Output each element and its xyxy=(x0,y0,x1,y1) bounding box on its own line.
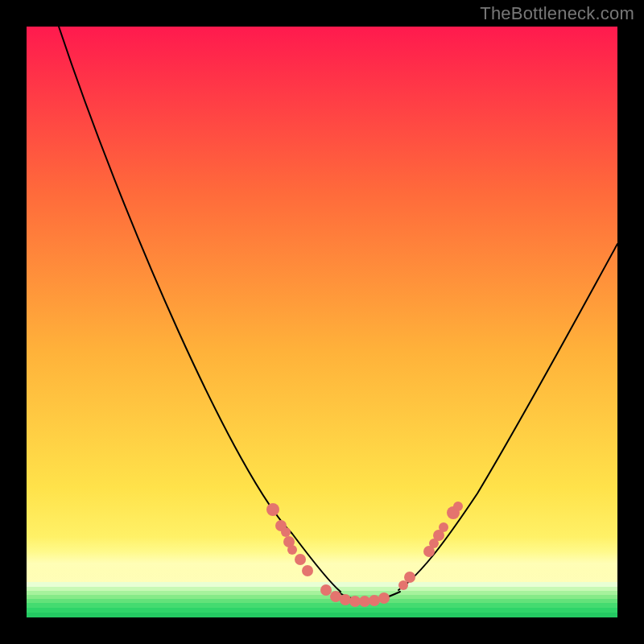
marker-dot xyxy=(330,591,341,602)
curve-right-branch xyxy=(398,244,617,590)
marker-dot xyxy=(378,592,390,604)
marker-dot xyxy=(340,594,351,605)
marker-dot xyxy=(266,503,279,516)
marker-dot xyxy=(439,522,448,532)
marker-dot xyxy=(302,565,313,576)
marker-dot xyxy=(349,596,361,607)
marker-dot xyxy=(369,595,380,606)
curve-layer xyxy=(27,27,617,617)
marker-dot xyxy=(404,572,415,583)
marker-dots xyxy=(266,502,463,607)
marker-dot xyxy=(295,554,306,565)
marker-dot xyxy=(281,527,291,537)
plot-area xyxy=(27,27,617,617)
marker-dot xyxy=(320,584,332,596)
marker-dot xyxy=(359,596,370,607)
marker-dot xyxy=(453,502,463,511)
curve-left-branch xyxy=(59,27,341,592)
marker-dot xyxy=(287,545,297,555)
chart-root: TheBottleneck.com xyxy=(0,0,644,644)
watermark-text: TheBottleneck.com xyxy=(480,3,634,24)
